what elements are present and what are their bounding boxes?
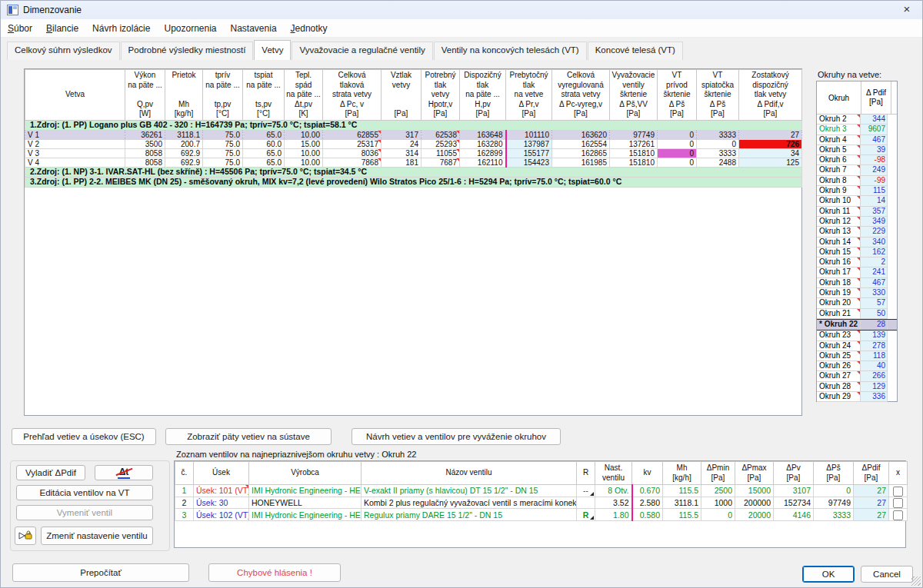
row-checkbox[interactable] [893, 498, 903, 508]
cell-check [889, 485, 908, 497]
circuit-row-okruh-25[interactable]: Okruh 25118 [817, 351, 897, 361]
cell-ts-pv: 60.0 [243, 139, 285, 148]
note-mark-icon [857, 267, 860, 271]
menu-item-nastavenia[interactable]: Nastavenia [224, 21, 284, 36]
circuit-label: Okruh 21 [817, 309, 861, 319]
cell-dpmin: 1000 [701, 497, 735, 509]
circuit-row-okruh-22[interactable]: * Okruh 2228 [817, 319, 897, 331]
source-row[interactable]: 1.Zdroj: (1. PP) Logano plus GB 402 - 32… [25, 120, 802, 130]
menu-item-bilancie[interactable]: Bilancie [39, 21, 85, 36]
circuit-row-okruh-21[interactable]: Okruh 2150 [817, 309, 897, 319]
circuit-dpdif-value: 28 [861, 320, 888, 330]
cell-r: -- [577, 485, 595, 497]
circuit-label: Okruh 10 [817, 196, 861, 206]
circuit-row-okruh-19[interactable]: Okruh 19330 [817, 288, 897, 298]
circuit-row-okruh-23[interactable]: Okruh 23139 [817, 331, 897, 341]
circuit-row-okruh-13[interactable]: Okruh 13229 [817, 227, 897, 237]
circuit-row-okruh-28[interactable]: Okruh 28129 [817, 382, 897, 392]
cell-vyrobca: IMI Hydronic Engineering - HEIMEIER [249, 509, 362, 521]
cell-dt-pv: 15.00 [285, 139, 323, 148]
circuit-dpdif-value: 40 [861, 361, 888, 371]
resize-grip[interactable] [911, 576, 921, 586]
close-icon[interactable]: × [891, 1, 922, 19]
cell-dpc-vyreg-v: 162554 [552, 139, 610, 148]
circuit-dpdif-value: 9607 [861, 125, 888, 135]
row-checkbox[interactable] [893, 510, 903, 520]
circuit-row-okruh-18[interactable]: Okruh 18467 [817, 278, 897, 288]
cell-vyrobca: IMI Hydronic Engineering - HEIMEIER [249, 485, 362, 497]
column-header-q-pv: Výkon na päte ... Q,pv [W] [125, 70, 165, 121]
tab-koncov-teles-vt[interactable]: Koncové telesá (VT) [588, 42, 683, 60]
circuit-row-okruh-12[interactable]: Okruh 12349 [817, 217, 897, 227]
tab-celkov-s-hrn-v-sledkov[interactable]: Celkový súhrn výsledkov [7, 42, 120, 60]
recalculate-button[interactable]: Prepočítať [12, 563, 189, 582]
overview-branches-button[interactable]: Prehľad vetiev a úsekov (ESC) [12, 428, 156, 445]
column-header-vztlak: Vztlak vetvy [Pa] [382, 70, 422, 121]
circuit-row-okruh-6[interactable]: Okruh 6-98 [817, 155, 897, 165]
source-row[interactable]: 3.Zdroj: (1. PP) 2-2. MEIBES MK (DN 25) … [25, 177, 802, 187]
menu-item-s-bor[interactable]: Súbor [1, 21, 39, 36]
circuit-row-okruh-20[interactable]: Okruh 2057 [817, 298, 897, 308]
valve-lock-icon-button[interactable] [15, 527, 36, 545]
circuit-row-okruh-8[interactable]: Okruh 8-99 [817, 176, 897, 186]
circuit-row-okruh-15[interactable]: Okruh 15162 [817, 247, 897, 257]
cell-r: R [577, 509, 595, 521]
circuit-row-okruh-9[interactable]: Okruh 9115 [817, 186, 897, 196]
column-header-kv: kv [632, 462, 663, 485]
cell-tp-pv: 75.0 [203, 130, 243, 139]
cell-nazov-ventilu: Regulux priamy DARE 15 1/2" - DN 15 [362, 509, 577, 521]
valve-row-1[interactable]: 1Úsek: 101 (VT)IMI Hydronic Engineering … [175, 485, 908, 497]
circuit-row-okruh-27[interactable]: Okruh 27266 [817, 371, 897, 381]
menu-item-jednotky[interactable]: Jednotky [284, 21, 335, 36]
cell-dpr-v: 154423 [506, 158, 552, 167]
menu-item-n-vrh-izol-cie[interactable]: Návrh izolácie [85, 21, 157, 36]
design-branches-valves-button[interactable]: Návrh vetiev a ventilov pre vyváženie ok… [352, 428, 561, 445]
tab-podrobn-v-sledky-miestnost[interactable]: Podrobné výsledky miestností [121, 42, 254, 60]
show-branch-bases-button[interactable]: Zobraziť päty vetiev na sústave [165, 428, 332, 445]
circuit-row-okruh-26[interactable]: Okruh 2640 [817, 361, 897, 371]
circuit-row-okruh-29[interactable]: Okruh 29336 [817, 392, 897, 402]
delta-t-strike-icon-button[interactable]: Δt [95, 465, 153, 480]
circuit-row-okruh-4[interactable]: Okruh 4467 [817, 135, 897, 145]
branch-row-v-2[interactable]: V 23500200.775.060.015.00253172425293163… [25, 139, 802, 148]
circuit-row-okruh-11[interactable]: Okruh 11357 [817, 207, 897, 217]
circuit-row-okruh-17[interactable]: Okruh 17241 [817, 267, 897, 277]
circuit-row-okruh-3[interactable]: Okruh 39607 [817, 125, 897, 135]
change-valve-setting-button[interactable]: Zmeniť nastavenie ventilu [41, 527, 153, 545]
cell-tp-pv: 75.0 [203, 158, 243, 167]
edit-vt-valves-button[interactable]: Editácia ventilov na VT [16, 485, 153, 500]
valve-row-3[interactable]: 3Úsek: 102 (VT)IMI Hydronic Engineering … [175, 509, 908, 521]
circuit-row-okruh-16[interactable]: Okruh 162 [817, 257, 897, 267]
tab-vetvy[interactable]: Vetvy [254, 40, 291, 60]
ok-button[interactable]: OK [802, 566, 855, 583]
note-mark-icon [857, 247, 860, 251]
tune-dpdif-button[interactable]: Vyladiť ΔPdif [16, 465, 85, 480]
cell-check [889, 509, 908, 521]
tab-vyva-ovacie-a-regula-n-ventily[interactable]: Vyvažovacie a regulačné ventily [292, 42, 432, 60]
circuit-dpdif-value: 115 [861, 186, 888, 196]
column-header-dps-vv: Vyvažovacie ventily škrtenie Δ Pš,VV [Pa… [610, 70, 658, 121]
circuit-row-okruh-2[interactable]: Okruh 2344 [817, 115, 897, 125]
cell-dps-vv: 151810 [610, 148, 658, 158]
tab-ventily-na-koncov-ch-teles-ch-vt[interactable]: Ventily na koncových telesách (VT) [434, 42, 587, 60]
row-checkbox[interactable] [893, 487, 903, 497]
circuit-row-okruh-5[interactable]: Okruh 539 [817, 145, 897, 155]
source-row[interactable]: 2.Zdroj: (1. NP) 3-1. IVAR.SAT-HL (bez s… [25, 167, 802, 177]
valve-row-2[interactable]: 2Úsek: 30HONEYWELLKombi 2 plus regulačný… [175, 497, 908, 509]
menu-item-upozornenia[interactable]: Upozornenia [157, 21, 223, 36]
circuit-row-okruh-7[interactable]: Okruh 7249 [817, 165, 897, 175]
tab-bar: Celkový súhrn výsledkovPodrobné výsledky… [1, 39, 922, 60]
circuit-row-okruh-14[interactable]: Okruh 14340 [817, 238, 897, 247]
branch-row-v-1[interactable]: V 1362613118.175.065.010.006285531762538… [25, 130, 802, 139]
error-messages-button[interactable]: Chybové hlásenia ! [208, 563, 341, 582]
swap-valve-button[interactable]: Vymeniť ventil [16, 505, 153, 520]
note-mark-icon [857, 145, 860, 148]
circuit-row-okruh-24[interactable]: Okruh 24278 [817, 341, 897, 351]
column-header-dpv: ΔPv [Pa] [774, 462, 814, 485]
cancel-button[interactable]: Cancel [861, 566, 913, 583]
cell-nast-ventilu: 1.80 [595, 509, 632, 521]
circuits-col-okruh: Okruh [817, 81, 861, 114]
circuit-row-okruh-10[interactable]: Okruh 1014 [817, 196, 897, 206]
branch-row-v-3[interactable]: V 38058692.975.065.010.00803631411055162… [25, 148, 802, 158]
branch-row-v-4[interactable]: V 48058692.975.065.010.00786818176871621… [25, 158, 802, 167]
